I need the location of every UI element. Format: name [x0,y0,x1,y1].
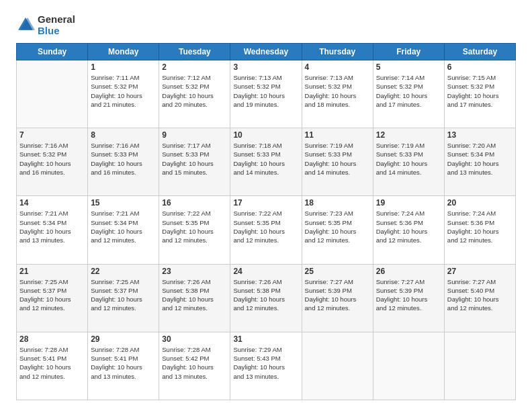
calendar-col-header-monday: Monday [88,44,159,60]
day-info: Sunrise: 7:24 AM Sunset: 5:36 PM Dayligh… [376,209,441,244]
day-number: 24 [233,267,298,276]
calendar-cell: 16Sunrise: 7:22 AM Sunset: 5:35 PM Dayli… [159,196,230,264]
day-number: 3 [233,62,298,72]
day-info: Sunrise: 7:24 AM Sunset: 5:36 PM Dayligh… [447,209,513,244]
day-number: 8 [91,130,156,140]
calendar-week-row: 7Sunrise: 7:16 AM Sunset: 5:32 PM Daylig… [17,128,516,196]
day-number: 31 [233,334,298,344]
header: General Blue [16,13,516,36]
day-number: 12 [376,130,441,140]
calendar-week-row: 1Sunrise: 7:11 AM Sunset: 5:32 PM Daylig… [17,60,516,128]
calendar-cell: 29Sunrise: 7:28 AM Sunset: 5:41 PM Dayli… [88,332,159,400]
day-info: Sunrise: 7:21 AM Sunset: 5:34 PM Dayligh… [91,209,156,244]
calendar-cell: 9Sunrise: 7:17 AM Sunset: 5:33 PM Daylig… [159,128,230,196]
calendar-cell [373,332,444,400]
day-number: 18 [305,198,370,208]
day-number: 10 [233,130,298,140]
day-number: 22 [91,267,156,276]
calendar-cell: 4Sunrise: 7:13 AM Sunset: 5:32 PM Daylig… [302,60,373,128]
day-number: 15 [91,198,156,208]
calendar-cell: 28Sunrise: 7:28 AM Sunset: 5:41 PM Dayli… [17,332,88,400]
calendar-cell [302,332,373,400]
day-number: 5 [376,62,441,72]
day-info: Sunrise: 7:18 AM Sunset: 5:33 PM Dayligh… [233,141,298,177]
calendar-cell: 13Sunrise: 7:20 AM Sunset: 5:34 PM Dayli… [444,128,515,196]
day-info: Sunrise: 7:16 AM Sunset: 5:32 PM Dayligh… [19,141,85,177]
day-info: Sunrise: 7:12 AM Sunset: 5:32 PM Dayligh… [162,73,227,109]
calendar-cell: 24Sunrise: 7:26 AM Sunset: 5:38 PM Dayli… [230,264,302,332]
day-info: Sunrise: 7:19 AM Sunset: 5:33 PM Dayligh… [305,141,370,177]
day-info: Sunrise: 7:21 AM Sunset: 5:34 PM Dayligh… [19,209,85,244]
day-info: Sunrise: 7:23 AM Sunset: 5:35 PM Dayligh… [305,209,370,244]
calendar-cell: 30Sunrise: 7:28 AM Sunset: 5:42 PM Dayli… [159,332,230,400]
day-number: 2 [162,62,227,72]
calendar-cell: 27Sunrise: 7:27 AM Sunset: 5:40 PM Dayli… [444,264,515,332]
calendar-cell: 3Sunrise: 7:13 AM Sunset: 5:32 PM Daylig… [230,60,302,128]
calendar-cell: 7Sunrise: 7:16 AM Sunset: 5:32 PM Daylig… [17,128,88,196]
page: General Blue SundayMondayTuesdayWednesda… [0,0,532,411]
day-info: Sunrise: 7:20 AM Sunset: 5:34 PM Dayligh… [447,141,513,177]
day-info: Sunrise: 7:13 AM Sunset: 5:32 PM Dayligh… [233,73,298,109]
day-info: Sunrise: 7:27 AM Sunset: 5:39 PM Dayligh… [376,277,441,313]
day-info: Sunrise: 7:28 AM Sunset: 5:41 PM Dayligh… [19,345,85,381]
day-info: Sunrise: 7:28 AM Sunset: 5:41 PM Dayligh… [91,345,156,381]
day-info: Sunrise: 7:26 AM Sunset: 5:38 PM Dayligh… [233,277,298,313]
day-number: 23 [162,267,227,276]
calendar-week-row: 21Sunrise: 7:25 AM Sunset: 5:37 PM Dayli… [17,264,516,332]
calendar-cell: 2Sunrise: 7:12 AM Sunset: 5:32 PM Daylig… [159,60,230,128]
day-number: 7 [19,130,85,140]
calendar-col-header-thursday: Thursday [302,44,373,60]
calendar-cell: 11Sunrise: 7:19 AM Sunset: 5:33 PM Dayli… [302,128,373,196]
calendar-cell: 5Sunrise: 7:14 AM Sunset: 5:32 PM Daylig… [373,60,444,128]
calendar-cell: 8Sunrise: 7:16 AM Sunset: 5:33 PM Daylig… [88,128,159,196]
day-number: 1 [91,62,156,72]
day-info: Sunrise: 7:26 AM Sunset: 5:38 PM Dayligh… [162,277,227,313]
day-number: 16 [162,198,227,208]
day-info: Sunrise: 7:22 AM Sunset: 5:35 PM Dayligh… [233,209,298,244]
day-info: Sunrise: 7:17 AM Sunset: 5:33 PM Dayligh… [162,141,227,177]
day-number: 6 [447,62,513,72]
calendar-col-header-friday: Friday [373,44,444,60]
calendar-cell [17,60,88,128]
day-info: Sunrise: 7:29 AM Sunset: 5:43 PM Dayligh… [233,345,298,381]
calendar-week-row: 28Sunrise: 7:28 AM Sunset: 5:41 PM Dayli… [17,332,516,400]
calendar-cell: 25Sunrise: 7:27 AM Sunset: 5:39 PM Dayli… [302,264,373,332]
calendar-cell [444,332,515,400]
day-info: Sunrise: 7:15 AM Sunset: 5:32 PM Dayligh… [447,73,513,109]
day-number: 28 [19,334,85,344]
day-number: 9 [162,130,227,140]
calendar-col-header-wednesday: Wednesday [230,44,302,60]
day-number: 21 [19,267,85,276]
day-number: 25 [305,267,370,276]
day-info: Sunrise: 7:27 AM Sunset: 5:40 PM Dayligh… [447,277,513,313]
calendar-cell: 17Sunrise: 7:22 AM Sunset: 5:35 PM Dayli… [230,196,302,264]
calendar-table: SundayMondayTuesdayWednesdayThursdayFrid… [16,43,516,400]
day-info: Sunrise: 7:13 AM Sunset: 5:32 PM Dayligh… [305,73,370,109]
calendar-cell: 6Sunrise: 7:15 AM Sunset: 5:32 PM Daylig… [444,60,515,128]
logo-icon [16,15,35,34]
day-info: Sunrise: 7:25 AM Sunset: 5:37 PM Dayligh… [91,277,156,313]
calendar-cell: 18Sunrise: 7:23 AM Sunset: 5:35 PM Dayli… [302,196,373,264]
calendar-col-header-tuesday: Tuesday [159,44,230,60]
day-info: Sunrise: 7:27 AM Sunset: 5:39 PM Dayligh… [305,277,370,313]
day-number: 11 [305,130,370,140]
day-number: 29 [91,334,156,344]
day-number: 14 [19,198,85,208]
calendar-cell: 22Sunrise: 7:25 AM Sunset: 5:37 PM Dayli… [88,264,159,332]
day-info: Sunrise: 7:28 AM Sunset: 5:42 PM Dayligh… [162,345,227,381]
calendar-cell: 10Sunrise: 7:18 AM Sunset: 5:33 PM Dayli… [230,128,302,196]
calendar-cell: 31Sunrise: 7:29 AM Sunset: 5:43 PM Dayli… [230,332,302,400]
day-info: Sunrise: 7:25 AM Sunset: 5:37 PM Dayligh… [19,277,85,313]
day-info: Sunrise: 7:22 AM Sunset: 5:35 PM Dayligh… [162,209,227,244]
calendar-cell: 1Sunrise: 7:11 AM Sunset: 5:32 PM Daylig… [88,60,159,128]
day-number: 20 [447,198,513,208]
day-number: 4 [305,62,370,72]
logo: General Blue [16,13,75,36]
calendar-cell: 26Sunrise: 7:27 AM Sunset: 5:39 PM Dayli… [373,264,444,332]
calendar-cell: 12Sunrise: 7:19 AM Sunset: 5:33 PM Dayli… [373,128,444,196]
day-number: 17 [233,198,298,208]
day-info: Sunrise: 7:16 AM Sunset: 5:33 PM Dayligh… [91,141,156,177]
calendar-cell: 19Sunrise: 7:24 AM Sunset: 5:36 PM Dayli… [373,196,444,264]
day-number: 30 [162,334,227,344]
logo-text: General Blue [38,13,75,36]
